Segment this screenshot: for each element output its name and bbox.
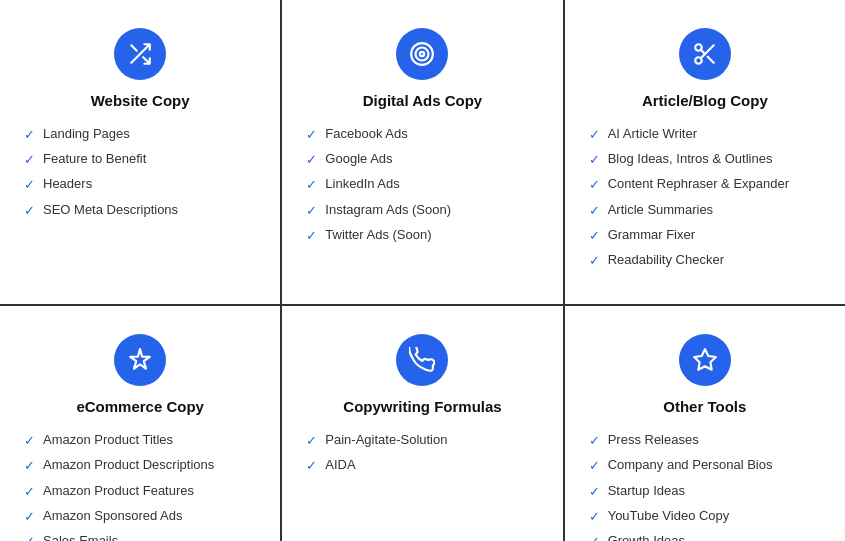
feature-list-website-copy: ✓Landing Pages✓Feature to Benefit✓Header… [24,125,256,226]
check-icon: ✓ [589,176,600,194]
check-icon: ✓ [306,457,317,475]
check-icon: ✓ [24,151,35,169]
check-icon: ✓ [589,483,600,501]
star-icon [679,334,731,386]
list-item: ✓Feature to Benefit [24,150,256,169]
list-item: ✓Readability Checker [589,251,821,270]
target-icon [396,28,448,80]
list-item: ✓Landing Pages [24,125,256,144]
feature-label: Sales Emails [43,532,118,541]
check-icon: ✓ [24,457,35,475]
scissors-icon [679,28,731,80]
feature-label: Instagram Ads (Soon) [325,201,451,219]
phone-icon [396,334,448,386]
card-other-tools: Other Tools✓Press Releases✓Company and P… [565,306,845,541]
card-title-copywriting-formulas: Copywriting Formulas [343,398,501,415]
svg-line-6 [708,57,714,63]
list-item: ✓YouTube Video Copy [589,507,821,526]
feature-label: AI Article Writer [608,125,697,143]
card-header-article-blog-copy: Article/Blog Copy [589,28,821,109]
list-item: ✓Company and Personal Bios [589,456,821,475]
list-item: ✓Grammar Fixer [589,226,821,245]
list-item: ✓Instagram Ads (Soon) [306,201,538,220]
list-item: ✓Amazon Product Features [24,482,256,501]
check-icon: ✓ [589,151,600,169]
feature-label: AIDA [325,456,355,474]
card-title-other-tools: Other Tools [663,398,746,415]
card-title-website-copy: Website Copy [91,92,190,109]
feature-label: Startup Ideas [608,482,685,500]
feature-label: LinkedIn Ads [325,175,399,193]
sparkles-icon [114,334,166,386]
feature-label: Content Rephraser & Expander [608,175,789,193]
feature-label: Pain-Agitate-Solution [325,431,447,449]
feature-list-copywriting-formulas: ✓Pain-Agitate-Solution✓AIDA [306,431,538,481]
card-header-copywriting-formulas: Copywriting Formulas [306,334,538,415]
feature-label: Landing Pages [43,125,130,143]
category-grid: Website Copy✓Landing Pages✓Feature to Be… [0,0,845,541]
check-icon: ✓ [24,432,35,450]
feature-list-digital-ads-copy: ✓Facebook Ads✓Google Ads✓LinkedIn Ads✓In… [306,125,538,251]
feature-label: Article Summaries [608,201,713,219]
feature-label: Company and Personal Bios [608,456,773,474]
card-header-ecommerce-copy: eCommerce Copy [24,334,256,415]
list-item: ✓Amazon Product Descriptions [24,456,256,475]
list-item: ✓Amazon Product Titles [24,431,256,450]
card-header-other-tools: Other Tools [589,334,821,415]
feature-label: SEO Meta Descriptions [43,201,178,219]
list-item: ✓Pain-Agitate-Solution [306,431,538,450]
card-copywriting-formulas: Copywriting Formulas✓Pain-Agitate-Soluti… [282,306,562,541]
list-item: ✓AIDA [306,456,538,475]
list-item: ✓Sales Emails [24,532,256,541]
check-icon: ✓ [589,432,600,450]
list-item: ✓Google Ads [306,150,538,169]
feature-list-article-blog-copy: ✓AI Article Writer✓Blog Ideas, Intros & … [589,125,821,276]
card-title-ecommerce-copy: eCommerce Copy [76,398,204,415]
feature-label: Amazon Sponsored Ads [43,507,182,525]
feature-label: Twitter Ads (Soon) [325,226,431,244]
card-header-website-copy: Website Copy [24,28,256,109]
check-icon: ✓ [306,126,317,144]
list-item: ✓AI Article Writer [589,125,821,144]
check-icon: ✓ [589,533,600,541]
feature-label: Facebook Ads [325,125,407,143]
list-item: ✓Twitter Ads (Soon) [306,226,538,245]
card-header-digital-ads-copy: Digital Ads Copy [306,28,538,109]
card-ecommerce-copy: eCommerce Copy✓Amazon Product Titles✓Ama… [0,306,280,541]
list-item: ✓Press Releases [589,431,821,450]
feature-label: Readability Checker [608,251,724,269]
feature-label: Press Releases [608,431,699,449]
feature-label: Amazon Product Titles [43,431,173,449]
list-item: ✓Facebook Ads [306,125,538,144]
feature-label: Amazon Product Features [43,482,194,500]
svg-line-7 [701,50,705,54]
check-icon: ✓ [306,227,317,245]
card-title-digital-ads-copy: Digital Ads Copy [363,92,482,109]
check-icon: ✓ [24,483,35,501]
check-icon: ✓ [589,508,600,526]
list-item: ✓LinkedIn Ads [306,175,538,194]
check-icon: ✓ [24,508,35,526]
list-item: ✓Startup Ideas [589,482,821,501]
list-item: ✓SEO Meta Descriptions [24,201,256,220]
feature-list-other-tools: ✓Press Releases✓Company and Personal Bio… [589,431,821,541]
card-website-copy: Website Copy✓Landing Pages✓Feature to Be… [0,0,280,304]
check-icon: ✓ [306,432,317,450]
shuffle-icon [114,28,166,80]
list-item: ✓Blog Ideas, Intros & Outlines [589,150,821,169]
check-icon: ✓ [306,202,317,220]
check-icon: ✓ [24,176,35,194]
check-icon: ✓ [589,227,600,245]
list-item: ✓Article Summaries [589,201,821,220]
feature-label: Growth Ideas [608,532,685,541]
check-icon: ✓ [24,533,35,541]
card-digital-ads-copy: Digital Ads Copy✓Facebook Ads✓Google Ads… [282,0,562,304]
svg-point-2 [420,52,424,56]
list-item: ✓Amazon Sponsored Ads [24,507,256,526]
check-icon: ✓ [589,126,600,144]
check-icon: ✓ [24,202,35,220]
feature-label: Amazon Product Descriptions [43,456,214,474]
feature-label: YouTube Video Copy [608,507,730,525]
feature-label: Grammar Fixer [608,226,695,244]
feature-label: Feature to Benefit [43,150,146,168]
